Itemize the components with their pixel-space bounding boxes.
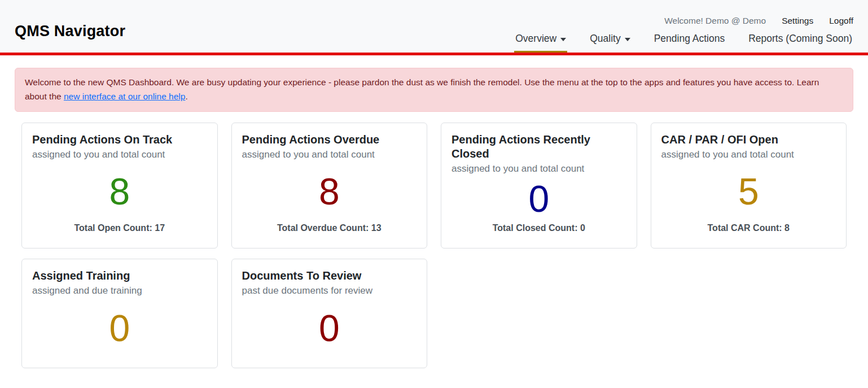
header-right: Welcome! Demo @ Demo Settings Logoff Ove…	[514, 16, 853, 53]
card-title: Pending Actions Recently Closed	[451, 133, 626, 161]
card-value-area: 0	[32, 297, 207, 360]
chevron-down-icon	[625, 38, 630, 41]
card-title: Pending Actions On Track	[32, 133, 207, 147]
nav-item-quality[interactable]: Quality	[589, 33, 631, 53]
dashboard-main: Welcome to the new QMS Dashboard. We are…	[0, 68, 868, 368]
card-title: Assigned Training	[32, 269, 207, 283]
nav-item-label: Quality	[590, 33, 620, 45]
online-help-link[interactable]: new interface at our online help	[64, 91, 185, 101]
card-footer: Total Closed Count: 0	[451, 223, 626, 240]
card-subtitle: past due documents for review	[242, 285, 417, 297]
card-footer: Total CAR Count: 8	[661, 223, 836, 240]
card-value-area: 5	[661, 160, 836, 223]
card-subtitle: assigned to you and total count	[451, 163, 626, 175]
card-title: Pending Actions Overdue	[242, 133, 417, 147]
nav-item-pending-actions[interactable]: Pending Actions	[653, 33, 726, 53]
card-value-area: 8	[32, 160, 207, 223]
card-subtitle: assigned to you and total count	[661, 149, 836, 160]
cards-grid: Pending Actions On Track assigned to you…	[21, 123, 847, 368]
nav-item-reports[interactable]: Reports (Coming Soon)	[747, 33, 853, 53]
nav-item-label: Overview	[515, 33, 556, 45]
card-value: 5	[738, 173, 759, 210]
card-subtitle: assigned to you and total count	[32, 149, 207, 160]
app-header: QMS Navigator Welcome! Demo @ Demo Setti…	[0, 0, 868, 55]
card-pending-actions-on-track: Pending Actions On Track assigned to you…	[21, 123, 218, 249]
card-subtitle: assigned to you and total count	[242, 149, 417, 160]
user-bar: Welcome! Demo @ Demo Settings Logoff	[664, 16, 853, 26]
logoff-link[interactable]: Logoff	[829, 16, 853, 26]
card-value: 8	[109, 173, 130, 210]
card-value-area: 0	[242, 297, 417, 360]
settings-link[interactable]: Settings	[782, 16, 813, 26]
card-subtitle: assigned and due training	[32, 285, 207, 297]
main-nav: Overview Quality Pending Actions Reports…	[514, 33, 853, 53]
nav-item-overview[interactable]: Overview	[514, 33, 567, 53]
card-assigned-training: Assigned Training assigned and due train…	[21, 259, 218, 368]
card-title: Documents To Review	[242, 269, 417, 283]
card-value: 0	[319, 309, 340, 347]
card-car-par-ofi-open: CAR / PAR / OFI Open assigned to you and…	[651, 123, 847, 249]
welcome-text: Welcome! Demo @ Demo	[664, 16, 766, 26]
card-footer: Total Overdue Count: 13	[242, 223, 417, 240]
card-pending-actions-overdue: Pending Actions Overdue assigned to you …	[231, 123, 428, 249]
card-title: CAR / PAR / OFI Open	[661, 133, 836, 147]
card-value: 0	[109, 309, 130, 347]
card-value-area: 0	[451, 175, 626, 223]
welcome-alert: Welcome to the new QMS Dashboard. We are…	[15, 68, 853, 112]
alert-suffix: .	[185, 91, 187, 101]
card-pending-actions-recently-closed: Pending Actions Recently Closed assigned…	[441, 123, 637, 249]
chevron-down-icon	[560, 38, 566, 41]
card-value-area: 8	[242, 160, 417, 223]
card-value: 8	[319, 173, 340, 210]
card-value: 0	[528, 180, 549, 217]
card-footer: Total Open Count: 17	[32, 223, 207, 240]
app-brand[interactable]: QMS Navigator	[15, 23, 125, 53]
card-documents-to-review: Documents To Review past due documents f…	[231, 259, 428, 368]
